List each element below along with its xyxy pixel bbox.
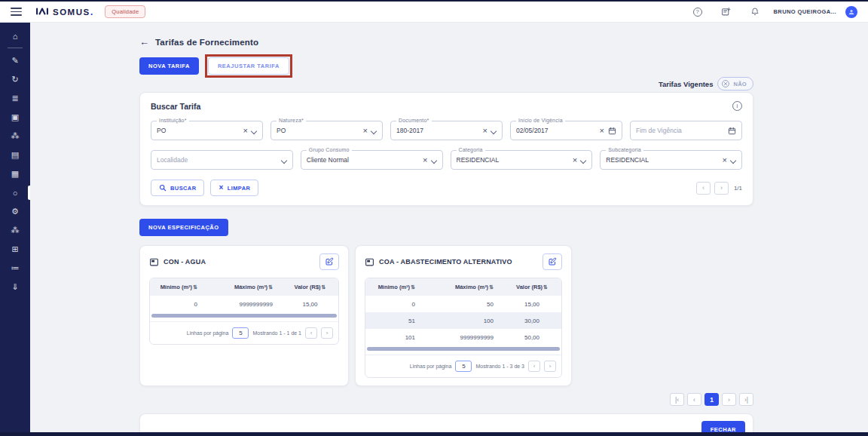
sidebar-item-list[interactable]: ≣ bbox=[0, 89, 30, 108]
sidebar-item-sync[interactable]: ↻ bbox=[0, 70, 30, 89]
edit-button[interactable] bbox=[319, 253, 339, 270]
hamburger-menu-icon[interactable] bbox=[11, 8, 22, 16]
tariff-table: Mínimo (m³)⇅ Máximo (m³)⇅ Valor (R$)⇅ 0 … bbox=[365, 278, 562, 378]
card-file-icon: ▤ bbox=[11, 150, 19, 160]
last-page-button[interactable]: ›| bbox=[739, 393, 753, 406]
sort-icon: ⇅ bbox=[322, 284, 326, 290]
table-row[interactable]: 0 9999999999 15,00 bbox=[150, 296, 338, 312]
current-page-button[interactable]: 1 bbox=[704, 393, 719, 406]
next-page-button[interactable]: › bbox=[722, 393, 736, 406]
table-prev-button[interactable]: ‹ bbox=[305, 327, 317, 339]
app-header: SOMUS . Qualidade ? BRUNO QUEIROGA... bbox=[0, 2, 868, 23]
clear-icon[interactable]: × bbox=[723, 156, 727, 164]
buscar-button[interactable]: BUSCAR bbox=[151, 180, 204, 196]
calendar-plus-icon[interactable] bbox=[721, 7, 732, 17]
annotation-box: REAJUSTAR TARIFA bbox=[205, 54, 292, 78]
sidebar-item-network-2[interactable]: ⁂ bbox=[0, 221, 30, 240]
sort-icon: ⇅ bbox=[268, 284, 273, 290]
sidebar-item-tools[interactable]: ✎ bbox=[0, 51, 30, 70]
field-inicio-vigencia[interactable]: Início de Vigência 02/05/2017 × bbox=[510, 121, 622, 140]
window-top-edge bbox=[0, 0, 868, 2]
chevron-down-icon[interactable] bbox=[731, 158, 736, 163]
showing-label: Mostrando 1 - 1 de 1 bbox=[252, 330, 301, 336]
chevron-down-icon[interactable] bbox=[282, 158, 287, 163]
lines-per-page-input[interactable] bbox=[455, 361, 472, 372]
sidebar-item-list-add[interactable]: ≔ bbox=[0, 259, 30, 278]
prev-page-button[interactable]: ‹ bbox=[687, 393, 701, 406]
sort-icon: ⇅ bbox=[543, 284, 548, 290]
first-page-button[interactable]: |‹ bbox=[670, 393, 684, 406]
network-icon: ⁂ bbox=[11, 131, 20, 141]
table-row[interactable]: 0 50 15,00 bbox=[365, 296, 561, 312]
edit-pencil-icon bbox=[325, 257, 334, 266]
list-icon: ≣ bbox=[11, 94, 18, 103]
buscar-tarifa-card: Buscar Tarifa i Instituição* PO × Nature… bbox=[139, 92, 753, 206]
sidebar-item-tarifas-active[interactable]: ○ bbox=[0, 183, 30, 202]
tariff-table: Mínimo (m³)⇅ Máximo (m³)⇅ Valor (R$)⇅ 0 … bbox=[149, 278, 339, 345]
back-arrow-icon[interactable]: ← bbox=[139, 36, 149, 48]
sidebar-item-settings[interactable]: ⚙ bbox=[0, 202, 30, 221]
avatar[interactable] bbox=[845, 6, 857, 18]
field-fim-vigencia[interactable]: Fim de Vigência bbox=[630, 121, 742, 140]
toggle-value: NÃO bbox=[733, 81, 747, 88]
dock-user-icon: ⇓ bbox=[11, 282, 18, 292]
table-row[interactable]: 101 9999999999 50,00 bbox=[365, 329, 561, 345]
settings-icon: ⚙ bbox=[11, 207, 19, 216]
sidebar-nav: ⌂ ✎ ↻ ≣ ▣ ⁂ ▤ ▦ ○ ⚙ ⁂ ⊞ ≔ ⇓ bbox=[0, 23, 30, 432]
logo-text: SOMUS bbox=[53, 8, 90, 17]
chevron-down-icon[interactable] bbox=[491, 128, 497, 134]
sidebar-item-dock-user[interactable]: ⇓ bbox=[0, 278, 30, 296]
nova-especificacao-button[interactable]: NOVA ESPECIFICAÇÃO bbox=[139, 219, 228, 236]
sidebar-item-network[interactable]: ⁂ bbox=[0, 127, 30, 146]
chevron-down-icon[interactable] bbox=[432, 158, 437, 163]
home-icon: ⌂ bbox=[13, 32, 18, 41]
calendar-icon[interactable] bbox=[608, 127, 616, 135]
user-name[interactable]: BRUNO QUEIROGA... bbox=[774, 8, 836, 15]
chevron-down-icon[interactable] bbox=[581, 158, 586, 163]
table-next-button[interactable]: › bbox=[544, 361, 556, 372]
search-icon bbox=[159, 184, 167, 192]
info-icon[interactable]: i bbox=[732, 101, 742, 111]
horizontal-scrollbar[interactable] bbox=[367, 347, 560, 351]
sidebar-item-billing[interactable]: ▣ bbox=[0, 108, 30, 127]
calendar-icon[interactable] bbox=[728, 127, 736, 135]
chevron-down-icon[interactable] bbox=[252, 128, 257, 134]
sidebar-item-card-file[interactable]: ▤ bbox=[0, 146, 30, 164]
clear-icon[interactable]: × bbox=[363, 127, 368, 135]
limpar-button[interactable]: × LIMPAR bbox=[210, 180, 258, 196]
nova-tarifa-button[interactable]: NOVA TARIFA bbox=[139, 57, 199, 75]
clear-icon[interactable]: × bbox=[483, 127, 487, 135]
chevron-down-icon[interactable] bbox=[371, 128, 377, 134]
environment-badge: Qualidade bbox=[105, 5, 145, 18]
edit-button[interactable] bbox=[542, 253, 562, 270]
tarifas-vigentes-toggle[interactable]: NÃO bbox=[717, 77, 753, 91]
table-next-button[interactable]: › bbox=[321, 327, 333, 339]
header-actions: ? BRUNO QUEIROGA... bbox=[692, 6, 857, 18]
field-natureza[interactable]: Natureza* PO × bbox=[270, 121, 383, 140]
help-icon[interactable]: ? bbox=[692, 7, 703, 17]
field-localidade[interactable]: Localidade bbox=[151, 150, 293, 170]
sort-icon: ⇅ bbox=[411, 284, 415, 290]
lines-per-page-input[interactable] bbox=[232, 327, 249, 339]
field-documento[interactable]: Documento* 180-2017 × bbox=[390, 121, 503, 140]
x-icon: × bbox=[219, 184, 223, 192]
clear-icon[interactable]: × bbox=[600, 127, 604, 135]
horizontal-scrollbar[interactable] bbox=[151, 314, 337, 318]
reajustar-tarifa-button[interactable]: REAJUSTAR TARIFA bbox=[208, 57, 289, 75]
sidebar-item-home[interactable]: ⌂ bbox=[0, 26, 30, 45]
sidebar-item-grid[interactable]: ▦ bbox=[0, 164, 30, 183]
field-subcategoria[interactable]: Subcategoria RESIDENCIAL × bbox=[600, 150, 742, 170]
clear-icon[interactable]: × bbox=[243, 127, 248, 135]
field-grupo-consumo[interactable]: Grupo Consumo Cliente Normal × bbox=[301, 150, 443, 170]
search-next-page-button[interactable]: › bbox=[714, 182, 729, 195]
clear-icon[interactable]: × bbox=[423, 156, 427, 164]
clear-icon[interactable]: × bbox=[573, 156, 577, 164]
table-row[interactable]: 51 100 30,00 bbox=[365, 312, 561, 329]
sort-icon: ⇅ bbox=[193, 284, 197, 290]
table-prev-button[interactable]: ‹ bbox=[528, 361, 540, 372]
bell-icon[interactable] bbox=[750, 7, 760, 17]
search-prev-page-button[interactable]: ‹ bbox=[696, 182, 711, 195]
field-instituicao[interactable]: Instituição* PO × bbox=[151, 121, 263, 140]
field-categoria[interactable]: Categoria RESIDENCIAL × bbox=[451, 150, 593, 170]
sidebar-item-calendar-add[interactable]: ⊞ bbox=[0, 240, 30, 259]
